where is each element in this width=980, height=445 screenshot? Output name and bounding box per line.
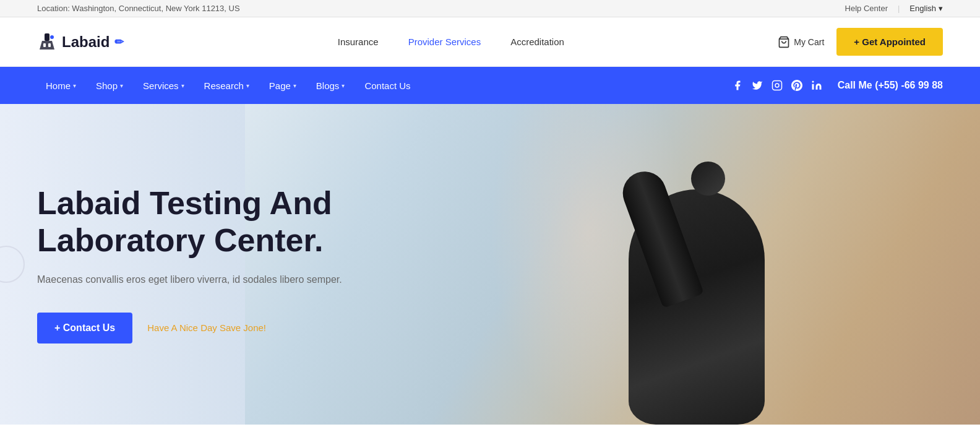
linkedin-icon[interactable] <box>810 79 823 92</box>
navbar-item-contact-us[interactable]: Contact Us <box>356 67 419 104</box>
navbar-item-shop-label: Shop <box>96 80 118 91</box>
svg-rect-5 <box>772 81 781 90</box>
call-me-text: Call Me (+55) -66 99 88 <box>838 80 943 91</box>
svg-point-3 <box>50 35 54 39</box>
navbar-left: Home ▾ Shop ▾ Services ▾ Research ▾ Page… <box>37 67 419 104</box>
top-bar-right: Help Center | English ▾ <box>845 4 943 13</box>
top-bar: Location: Washington, Connecticut, New Y… <box>0 0 980 17</box>
location-text: Location: Washington, Connecticut, New Y… <box>37 4 240 13</box>
logo-text: Labaid <box>62 33 110 51</box>
navbar-item-page-label: Page <box>269 80 291 91</box>
hero-content: Labaid Testing And Laboratory Center. Ma… <box>0 104 539 425</box>
svg-point-8 <box>812 81 814 83</box>
header-nav-insurance[interactable]: Insurance <box>338 37 379 47</box>
navbar-item-research-label: Research <box>204 80 244 91</box>
hero-section: Labaid Testing And Laboratory Center. Ma… <box>0 104 980 425</box>
navbar-item-blogs[interactable]: Blogs ▾ <box>307 67 354 104</box>
navbar-right: Call Me (+55) -66 99 88 <box>731 79 943 92</box>
navbar-item-contact-label: Contact Us <box>364 80 410 91</box>
chevron-down-icon: ▾ <box>246 82 249 89</box>
help-center-link[interactable]: Help Center <box>845 4 888 13</box>
hero-bottom: + Contact Us Have A Nice Day Save Jone! <box>37 313 502 343</box>
social-icons <box>731 79 823 92</box>
hero-title: Labaid Testing And Laboratory Center. <box>37 185 408 259</box>
navbar-item-research[interactable]: Research ▾ <box>196 67 258 104</box>
logo-icon <box>37 32 57 52</box>
header-nav-provider-services[interactable]: Provider Services <box>408 37 481 47</box>
svg-rect-0 <box>45 33 49 41</box>
lang-arrow-icon: ▾ <box>939 4 943 13</box>
svg-point-6 <box>775 84 779 87</box>
header-nav-accreditation[interactable]: Accreditation <box>510 37 564 47</box>
chevron-down-icon: ▾ <box>342 82 345 89</box>
svg-rect-1 <box>43 43 46 47</box>
logo[interactable]: Labaid ✏ <box>37 32 124 52</box>
navbar-item-home-label: Home <box>46 80 71 91</box>
chevron-down-icon: ▾ <box>120 82 123 89</box>
divider: | <box>898 4 900 13</box>
navbar-item-home[interactable]: Home ▾ <box>37 67 85 104</box>
logo-edit-icon: ✏ <box>114 35 124 49</box>
navbar-item-blogs-label: Blogs <box>316 80 340 91</box>
pinterest-icon[interactable] <box>791 79 803 92</box>
navbar-item-page[interactable]: Page ▾ <box>260 67 305 104</box>
hero-subtitle: Maecenas convallis eros eget libero vive… <box>37 272 359 288</box>
nice-day-text: Have A Nice Day Save Jone! <box>147 322 266 333</box>
svg-rect-2 <box>48 43 51 47</box>
header-nav: Insurance Provider Services Accreditatio… <box>338 37 564 47</box>
header: Labaid ✏ Insurance Provider Services Acc… <box>0 17 980 67</box>
language-label: English <box>909 4 936 13</box>
cart-icon <box>778 36 790 48</box>
instagram-icon[interactable] <box>771 79 783 92</box>
contact-us-button[interactable]: + Contact Us <box>37 313 132 343</box>
navbar-item-services[interactable]: Services ▾ <box>134 67 193 104</box>
microscope-lens <box>691 162 725 196</box>
header-right: My Cart + Get Appointed <box>778 28 943 56</box>
navbar: Home ▾ Shop ▾ Services ▾ Research ▾ Page… <box>0 67 980 104</box>
language-selector[interactable]: English ▾ <box>909 4 943 13</box>
get-appointed-button[interactable]: + Get Appointed <box>836 28 943 56</box>
chevron-down-icon: ▾ <box>293 82 296 89</box>
facebook-icon[interactable] <box>731 79 744 92</box>
svg-point-7 <box>779 83 780 84</box>
cart-link[interactable]: My Cart <box>778 36 824 48</box>
cart-label: My Cart <box>794 37 824 47</box>
twitter-icon[interactable] <box>751 79 763 92</box>
chevron-down-icon: ▾ <box>181 82 184 89</box>
navbar-item-services-label: Services <box>143 80 179 91</box>
navbar-item-shop[interactable]: Shop ▾ <box>87 67 132 104</box>
chevron-down-icon: ▾ <box>73 82 76 89</box>
